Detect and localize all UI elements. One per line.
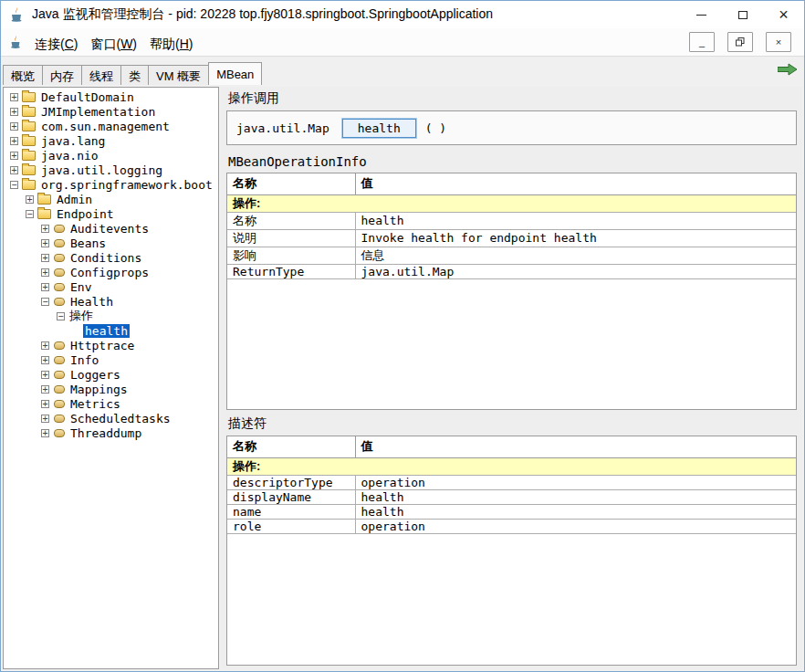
tab-classes[interactable]: 类 [120,65,149,85]
title-bar: Java 监视和管理控制台 - pid: 20228 top.fjy8018.s… [1,1,804,28]
frame-minimize-icon: _ [699,37,705,47]
expand-toggle-icon[interactable]: + [41,371,49,379]
tree-node-label: com.sun.management [39,120,172,133]
expand-toggle-icon[interactable]: + [41,254,49,262]
tab-strip: 概览内存线程类VM 概要MBean [3,59,262,85]
tree-node-health[interactable]: health [4,323,218,338]
frame-controls: _ × [689,32,797,52]
column-header-value[interactable]: 值 [355,436,796,457]
table-row[interactable]: displayNamehealth [227,489,796,504]
tree-node-Beans[interactable]: +Beans [4,236,218,250]
column-header-name[interactable]: 名称 [227,173,355,194]
invoke-health-button[interactable]: health [342,119,416,138]
expand-toggle-icon[interactable]: + [41,341,49,350]
table-row[interactable]: 名称health [227,212,796,229]
expand-toggle-icon[interactable]: + [26,195,34,204]
minimize-button[interactable] [681,1,722,28]
tree-node-Auditevents[interactable]: +Auditevents [4,221,218,236]
mbean-icon [54,283,65,291]
frame-minimize-button[interactable]: _ [689,32,715,52]
tab-mbean[interactable]: MBean [208,62,262,85]
mbean-tree: +DefaultDomain+JMImplementation+com.sun.… [3,87,219,669]
tree-node-DefaultDomain[interactable]: +DefaultDomain [4,89,218,104]
table-row[interactable]: roleoperation [227,519,796,533]
mbean-icon [54,341,65,350]
tree-node-label: Info [68,353,100,367]
expand-toggle-icon[interactable]: + [10,108,18,116]
expand-toggle-icon[interactable]: + [10,93,18,101]
descriptor-title: 描述符 [226,414,797,436]
tree-node-Mappings[interactable]: +Mappings [4,382,218,396]
table-row[interactable]: namehealth [227,504,796,519]
java-logo-icon [8,6,25,23]
table-row[interactable]: ReturnTypejava.util.Map [227,264,796,278]
tree-node-java.nio[interactable]: +java.nio [4,148,218,163]
table-row[interactable]: descriptorTypeoperation [227,475,796,489]
tab-vm-summary[interactable]: VM 概要 [148,65,209,85]
frame-close-button[interactable]: × [766,32,791,52]
column-header-value[interactable]: 值 [355,173,796,194]
expand-toggle-icon[interactable]: + [10,137,18,145]
tree-node-操作[interactable]: −操作 [4,309,218,323]
tree-node-Env[interactable]: +Env [4,279,218,294]
tree-node-Admin[interactable]: +Admin [4,192,218,206]
operation-args: ( ) [425,121,446,135]
frame-restore-button[interactable] [727,32,753,52]
close-button[interactable]: × [763,1,804,28]
expand-toggle-icon[interactable]: + [41,225,49,233]
column-header-name[interactable]: 名称 [227,436,355,457]
java-frame-icon [8,35,23,49]
folder-icon [22,136,36,146]
tree-node-Threaddump[interactable]: +Threaddump [4,425,218,440]
collapse-toggle-icon[interactable]: − [41,298,49,306]
expand-toggle-icon[interactable]: + [10,122,18,131]
menu-item-help[interactable]: 帮助(H) [143,34,199,56]
expand-toggle-icon[interactable]: + [41,356,49,364]
tree-node-org.springframework.boot[interactable]: −org.springframework.boot [4,177,218,192]
maximize-button[interactable] [722,1,763,28]
tree-node-Endpoint[interactable]: −Endpoint [4,206,218,221]
table-row[interactable]: 影响信息 [227,247,796,264]
expand-toggle-icon[interactable]: + [10,152,18,160]
expand-toggle-icon[interactable]: + [41,400,49,408]
tree-node-Scheduledtasks[interactable]: +Scheduledtasks [4,411,218,425]
collapse-toggle-icon[interactable]: − [57,312,65,320]
mbean-icon [54,356,65,364]
tree-node-com.sun.management[interactable]: +com.sun.management [4,119,218,133]
collapse-toggle-icon[interactable]: − [10,181,18,189]
expand-toggle-icon[interactable]: + [10,166,18,174]
table-row[interactable]: 说明Invoke health for endpoint health [227,229,796,247]
tree-node-Info[interactable]: +Info [4,352,218,367]
mbean-detail-panel: 操作调用 java.util.Map health ( ) MBeanOpera… [221,87,802,669]
minimize-icon [696,15,706,16]
tree-node-Metrics[interactable]: +Metrics [4,396,218,411]
window-controls: × [681,1,804,28]
expand-toggle-icon[interactable]: + [41,283,49,291]
expand-toggle-icon[interactable]: + [41,429,49,437]
operation-return-type: java.util.Map [236,121,329,135]
tree-node-java.lang[interactable]: +java.lang [4,133,218,148]
expand-toggle-icon[interactable]: + [41,239,49,247]
tab-overview[interactable]: 概览 [3,65,43,85]
tree-node-label: Scheduledtasks [68,412,172,425]
tree-node-Loggers[interactable]: +Loggers [4,367,218,382]
tree-node-label: java.nio [39,149,100,163]
menu-item-connect[interactable]: 连接(C) [28,34,84,56]
tree-node-Conditions[interactable]: +Conditions [4,250,218,265]
expand-toggle-icon[interactable]: + [41,415,49,423]
tab-threads[interactable]: 线程 [81,65,121,85]
folder-icon [37,194,51,205]
collapse-toggle-icon[interactable]: − [26,210,34,218]
operation-info-table: 名称值操作:名称health说明Invoke health for endpoi… [226,173,797,410]
folder-icon [37,209,51,219]
expand-toggle-icon[interactable]: + [41,385,49,394]
expand-toggle-icon[interactable]: + [41,268,49,277]
folder-icon [22,121,36,131]
tree-node-Configprops[interactable]: +Configprops [4,265,218,279]
tree-node-Httptrace[interactable]: +Httptrace [4,338,218,352]
tree-node-java.util.logging[interactable]: +java.util.logging [4,163,218,177]
tree-node-JMImplementation[interactable]: +JMImplementation [4,104,218,119]
tab-memory[interactable]: 内存 [42,65,82,85]
menu-item-window[interactable]: 窗口(W) [84,34,143,56]
tree-node-Health[interactable]: −Health [4,294,218,309]
